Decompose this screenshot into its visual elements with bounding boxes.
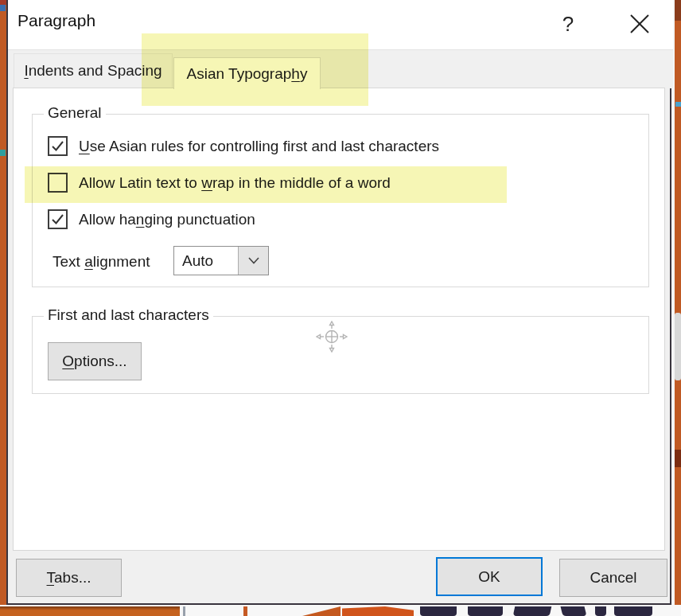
tab-indents-and-spacing[interactable]: Indents and Spacing [14, 53, 173, 88]
chevron-down-icon [248, 257, 259, 264]
help-icon: ? [562, 12, 574, 37]
checkbox-row-asian-rules[interactable]: Use Asian rules for controlling first an… [48, 136, 439, 156]
move-cursor-icon [316, 321, 348, 353]
checkbox-row-latin-wrap[interactable]: Allow Latin text to wrap in the middle o… [48, 173, 391, 193]
asian-rules-checkbox[interactable] [48, 136, 68, 156]
close-button[interactable] [619, 5, 660, 43]
ok-button-label: OK [478, 568, 500, 586]
background-scrollbar-fragment [675, 313, 681, 380]
latin-wrap-label: Allow Latin text to wrap in the middle o… [79, 174, 391, 192]
close-icon [629, 14, 650, 34]
background-bottom-strip [0, 605, 681, 616]
background-artifact [675, 450, 681, 467]
checkmark-icon [51, 212, 64, 226]
background-artifact [675, 102, 681, 107]
background-left-strip [0, 0, 6, 616]
screenshot-stage: Paragraph ? Indents and Spacing Asian Ty… [0, 0, 681, 616]
text-alignment-value: Auto [174, 247, 238, 275]
logo-letter-fragment [595, 606, 606, 616]
tabs-button-label: Tabs... [47, 569, 91, 587]
checkbox-row-hanging-punctuation[interactable]: Allow hanging punctuation [48, 209, 255, 229]
logo-orange-bar [0, 606, 180, 616]
dropdown-arrow-button[interactable] [238, 247, 268, 275]
background-right-strip [675, 0, 681, 616]
logo-letter-fragment [513, 606, 552, 616]
logo-letter-fragment [468, 606, 503, 616]
logo-letter-fragment [561, 606, 587, 616]
text-alignment-label: Text alignment [53, 253, 150, 271]
checkmark-icon [51, 139, 64, 153]
tab-label: Asian Typography [187, 65, 308, 83]
logo-letter-fragment [420, 606, 457, 616]
latin-wrap-checkbox[interactable] [48, 173, 68, 193]
help-button[interactable]: ? [552, 6, 584, 41]
ok-button[interactable]: OK [436, 557, 543, 596]
text-alignment-dropdown[interactable]: Auto [173, 246, 269, 275]
first-last-group-legend: First and last characters [44, 306, 213, 324]
general-group-legend: General [44, 104, 106, 122]
logo-mark [342, 606, 414, 616]
logo-letter-fragment [614, 606, 652, 616]
options-button-label: Options... [62, 353, 126, 370]
hanging-punctuation-checkbox[interactable] [48, 209, 68, 229]
cancel-button[interactable]: Cancel [559, 559, 667, 597]
background-artifact [0, 150, 6, 156]
logo-wedge [302, 606, 340, 616]
logo-divider [183, 606, 185, 616]
hanging-punctuation-label: Allow hanging punctuation [79, 211, 255, 228]
asian-rules-label: Use Asian rules for controlling first an… [79, 138, 439, 155]
tabs-button[interactable]: Tabs... [16, 559, 122, 597]
options-button[interactable]: Options... [48, 342, 142, 380]
cancel-button-label: Cancel [590, 569, 636, 587]
dialog-title: Paragraph [18, 11, 95, 30]
background-artifact [675, 0, 681, 21]
logo-mark [243, 606, 247, 616]
background-artifact [0, 5, 6, 11]
tab-label: Indents and Spacing [24, 62, 161, 80]
tab-asian-typography[interactable]: Asian Typography [173, 57, 321, 89]
